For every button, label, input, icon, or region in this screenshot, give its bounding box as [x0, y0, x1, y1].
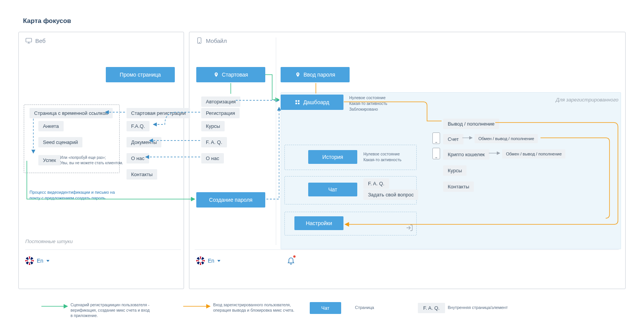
svg-rect-0 — [26, 38, 32, 42]
auth-chip[interactable]: Авторизация — [201, 96, 240, 107]
exit-icon[interactable] — [406, 224, 413, 232]
m-contacts2-chip[interactable]: Контакты — [443, 181, 474, 192]
reg-chip[interactable]: Регистрация — [201, 108, 240, 118]
mobile-title: Мобайл — [206, 38, 227, 44]
chat-faq-chip[interactable]: F. A. Q. — [363, 178, 389, 189]
web-panel-header: Веб — [25, 37, 46, 44]
account-chip[interactable]: Счет — [443, 134, 463, 144]
m-about-chip[interactable]: О нас — [201, 153, 224, 163]
dashboard-states: Нулевое состояние Какая-то активность За… — [349, 95, 387, 113]
uk-flag-icon — [196, 257, 205, 265]
svg-rect-6 — [298, 103, 299, 104]
web-lang-label: En — [37, 258, 43, 264]
promo-page-node[interactable]: Промо страница — [106, 67, 175, 82]
svg-rect-3 — [296, 100, 297, 102]
grid-icon — [295, 100, 300, 105]
seed-chip[interactable]: Seed сценарий — [38, 137, 82, 147]
create-password-node[interactable]: Создание пароля — [196, 192, 265, 208]
page-title: Карта фокусов — [23, 17, 71, 25]
settings-node[interactable]: Настройки — [294, 216, 343, 230]
crypto-ops-chip[interactable]: Обмен / вывод / пополнение — [502, 149, 565, 159]
process-note: Процесс видеоидентификации и письмо на п… — [30, 190, 115, 201]
chat-node[interactable]: Чат — [308, 183, 357, 196]
mobile-panel-header: Мобайл — [196, 37, 227, 44]
caret-down-icon — [46, 260, 49, 262]
m-courses2-chip[interactable]: Курсы — [443, 165, 467, 176]
desktop-icon — [25, 37, 32, 44]
temp-link-title[interactable]: Страница с временной ссылкой — [30, 108, 113, 118]
uk-flag-icon — [25, 257, 34, 265]
chat-ask-chip[interactable]: Задать свой вопрос — [363, 190, 418, 200]
legend-green-text: Сценарий регистрациицин пользователя - в… — [71, 302, 159, 319]
svg-rect-4 — [298, 100, 299, 102]
web-docs-chip[interactable]: Документы — [127, 137, 161, 147]
web-title: Веб — [35, 38, 46, 44]
web-faq-chip[interactable]: F.A.Q. — [127, 121, 150, 131]
legend-chat-btn: Чат — [310, 302, 341, 314]
history-node[interactable]: История — [308, 150, 357, 164]
anketa-chip[interactable]: Анкета — [38, 121, 64, 131]
permanent-label: Постоянные штуки — [25, 239, 73, 244]
bell-icon[interactable] — [287, 256, 295, 266]
svg-rect-5 — [296, 103, 297, 104]
withdraw-chip[interactable]: Вывод / пополнение — [443, 119, 499, 129]
legend-orange-text: Вход зарегистрированного пользователя, о… — [213, 302, 301, 313]
mobile-icon — [196, 37, 203, 44]
enter-password-node[interactable]: Ввод пароля — [281, 67, 350, 82]
m-courses-chip[interactable]: Курсы — [201, 121, 225, 131]
notification-dot — [293, 255, 296, 258]
web-contacts-chip[interactable]: Контакты — [127, 169, 157, 180]
caret-down-icon — [217, 260, 220, 262]
crypto-chip[interactable]: Крипто кошелек — [443, 149, 490, 160]
svg-point-2 — [199, 42, 199, 42]
legend-faq-chip: F. A. Q. — [418, 303, 445, 313]
account-ops-chip[interactable]: Обмен / вывод / пополнение — [475, 134, 538, 143]
start-reg-chip[interactable]: Стартовая регистрации — [127, 108, 190, 118]
m-faq-chip[interactable]: F. A. Q. — [201, 137, 227, 147]
mobile-lang-label: En — [208, 258, 214, 264]
history-states: Нулевое состояние Какая-то активность — [363, 151, 401, 163]
start-label: Стартовая — [222, 72, 248, 78]
pin-icon — [214, 72, 219, 77]
legend-page-label: Страница — [355, 305, 374, 310]
dashboard-label: Дашбоард — [303, 99, 329, 105]
phone-icon-account — [432, 132, 440, 144]
legend-inner-label: Внутренняя страница/элемент — [448, 305, 508, 310]
for-registered-label: Для зарегистрированного — [556, 97, 618, 103]
success-chip[interactable]: Успех — [38, 155, 61, 165]
web-lang-selector[interactable]: En — [25, 257, 49, 265]
enter-password-label: Ввод пароля — [304, 72, 335, 78]
start-node[interactable]: Стартовая — [196, 67, 265, 82]
dashboard-node[interactable]: Дашбоард — [281, 95, 343, 110]
success-note: Или «попробуй еще раз»; Увы, вы не может… — [60, 155, 123, 165]
web-about-chip[interactable]: О нас — [127, 153, 149, 163]
phone-icon-crypto — [432, 148, 440, 159]
mobile-lang-selector[interactable]: En — [196, 257, 220, 265]
pin-icon — [295, 72, 301, 77]
